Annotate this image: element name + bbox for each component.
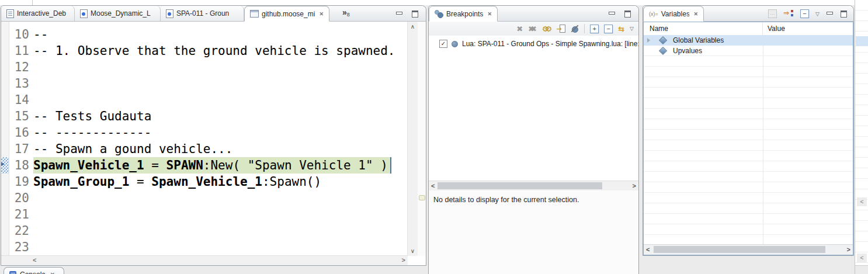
- table-row-fragment: [855, 105, 868, 116]
- line-number-gutter[interactable]: 1011121314151617181920212223: [9, 26, 29, 256]
- code-line[interactable]: [33, 239, 407, 255]
- column-header-value[interactable]: Value: [763, 25, 785, 33]
- scroll-left-icon[interactable]: <: [646, 246, 650, 253]
- overflow-count: 8: [347, 12, 350, 18]
- scroll-right-icon[interactable]: >: [633, 182, 636, 189]
- show-supported-breakpoints-icon[interactable]: ⚙⚙: [542, 25, 552, 33]
- variables-table-header: Name Value: [644, 22, 853, 36]
- variable-row[interactable]: Global Variables: [644, 35, 853, 46]
- tab-label: Interactive_Deb: [17, 9, 66, 18]
- variable-row[interactable]: Upvalues: [644, 46, 853, 56]
- column-header-name[interactable]: Name: [644, 22, 763, 35]
- remove-all-breakpoints-icon[interactable]: ✖✖: [528, 25, 537, 33]
- scroll-down-icon[interactable]: ∨: [408, 248, 418, 254]
- scroll-right-icon[interactable]: >: [402, 256, 405, 263]
- scrollbar-thumb[interactable]: [438, 182, 602, 189]
- lua-file-icon: [80, 9, 88, 18]
- scrollbar-thumb[interactable]: [654, 246, 825, 253]
- skip-all-breakpoints-icon[interactable]: [571, 25, 579, 33]
- maximize-button[interactable]: [411, 11, 419, 18]
- code-line[interactable]: -- Spawn a gound vehicle...: [33, 141, 407, 157]
- code-line[interactable]: --: [33, 26, 407, 43]
- close-tab-icon[interactable]: ✕: [50, 272, 55, 274]
- view-menu-icon[interactable]: ▽: [815, 11, 820, 17]
- code-area[interactable]: ---- 1. Observe that the ground vehicle …: [33, 26, 407, 256]
- scroll-left-icon[interactable]: <: [857, 197, 867, 206]
- editor-vertical-scrollbar[interactable]: ∧ ∨: [407, 22, 418, 256]
- code-line[interactable]: -- -------------: [33, 124, 407, 141]
- go-to-file-icon[interactable]: [557, 25, 565, 33]
- collapse-all-icon[interactable]: −: [604, 25, 613, 33]
- code-line[interactable]: [33, 92, 407, 108]
- tab-moose-dynamic[interactable]: Moose_Dynamic_L: [75, 6, 161, 21]
- empty-row: [644, 56, 853, 67]
- tab-label: Console: [20, 270, 46, 274]
- table-row-fragment: [855, 0, 868, 11]
- tab-github-moose-active[interactable]: github.moose_mi ✕: [244, 6, 329, 22]
- code-token: -- 1. Observe that the ground vehicle is…: [33, 44, 395, 58]
- table-row-fragment: [855, 231, 868, 242]
- remove-breakpoint-icon[interactable]: ✖: [516, 25, 523, 33]
- expand-chevron-icon[interactable]: [644, 38, 653, 43]
- scroll-left-icon[interactable]: <: [33, 256, 36, 263]
- panel-bottom-fragment: [855, 265, 868, 274]
- show-type-names-icon: …: [768, 9, 777, 18]
- breakpoint-checkbox[interactable]: ✓: [439, 40, 447, 48]
- tab-breakpoints-active[interactable]: Breakpoints ✕: [429, 6, 498, 22]
- tab-console[interactable]: Console ✕: [4, 267, 64, 274]
- editor-horizontal-scrollbar[interactable]: < >: [1, 255, 408, 265]
- breakpoint-row[interactable]: ✓ Lua: SPA-011 - Ground Ops - Simple Spa…: [429, 39, 638, 49]
- table-row-fragment: [855, 53, 868, 63]
- code-line[interactable]: [33, 59, 407, 75]
- empty-row: [644, 161, 853, 172]
- annotation-ruler[interactable]: [1, 22, 9, 256]
- code-line[interactable]: [33, 190, 407, 206]
- variables-window: (x)= Variables ✕ … − ▽ Name Value Global…: [643, 5, 854, 256]
- minimize-button[interactable]: [608, 11, 616, 18]
- code-line[interactable]: -- 1. Observe that the ground vehicle is…: [33, 43, 407, 59]
- minimize-button[interactable]: [826, 11, 834, 18]
- maximize-button[interactable]: [840, 11, 848, 18]
- line-number: 19: [9, 174, 29, 190]
- show-logical-structure-icon[interactable]: [783, 9, 794, 18]
- table-row-fragment: [855, 137, 868, 147]
- tab-spa-011[interactable]: SPA-011 - Groun: [161, 6, 244, 21]
- tab-overflow-indicator[interactable]: » 8: [340, 6, 352, 21]
- code-line[interactable]: [33, 75, 407, 92]
- view-menu-icon[interactable]: ▽: [630, 26, 634, 32]
- line-number: 15: [9, 108, 29, 124]
- variable-icon: [659, 36, 667, 44]
- code-line[interactable]: [33, 223, 407, 239]
- expand-all-icon[interactable]: +: [590, 25, 599, 33]
- code-token: =: [144, 158, 166, 172]
- overview-ruler[interactable]: [418, 22, 426, 256]
- code-token: -- Spawn a gound vehicle...: [33, 142, 232, 156]
- close-tab-icon[interactable]: ✕: [319, 11, 324, 17]
- tab-label: Variables: [661, 10, 690, 18]
- scroll-right-icon[interactable]: >: [847, 246, 850, 253]
- code-line[interactable]: Spawn_Group_1 = Spawn_Vehicle_1:Spawn(): [33, 174, 407, 190]
- tab-interactive-deb[interactable]: Interactive_Deb: [1, 6, 75, 21]
- empty-row: [644, 98, 853, 109]
- breakpoint-icon: [452, 41, 458, 47]
- minimize-button[interactable]: [395, 11, 403, 18]
- line-number: 23: [9, 239, 29, 255]
- code-token: "Spawn Vehicle 1": [248, 158, 373, 172]
- scroll-left-icon[interactable]: <: [431, 182, 435, 189]
- close-tab-icon[interactable]: ✕: [693, 11, 698, 17]
- code-line[interactable]: -- Tests Gudauta: [33, 108, 407, 124]
- code-line[interactable]: [33, 206, 407, 223]
- scroll-up-icon[interactable]: ∧: [408, 23, 418, 30]
- scroll-left-icon[interactable]: <: [857, 254, 867, 262]
- variables-horizontal-scrollbar[interactable]: < >: [644, 244, 853, 255]
- table-row-fragment: [855, 11, 868, 21]
- close-tab-icon[interactable]: ✕: [487, 11, 492, 17]
- maximize-button[interactable]: [624, 11, 631, 18]
- overview-annotation-marker[interactable]: [419, 195, 425, 200]
- variables-table: Name Value Global VariablesUpvalues < >: [643, 22, 853, 255]
- code-line[interactable]: Spawn_Vehicle_1 = SPAWN:New( "Spawn Vehi…: [33, 157, 407, 174]
- tab-variables-active[interactable]: (x)= Variables ✕: [643, 6, 704, 22]
- link-with-debug-icon[interactable]: ⇆: [618, 25, 624, 33]
- line-number: 11: [9, 43, 29, 59]
- collapse-all-icon[interactable]: −: [800, 9, 809, 18]
